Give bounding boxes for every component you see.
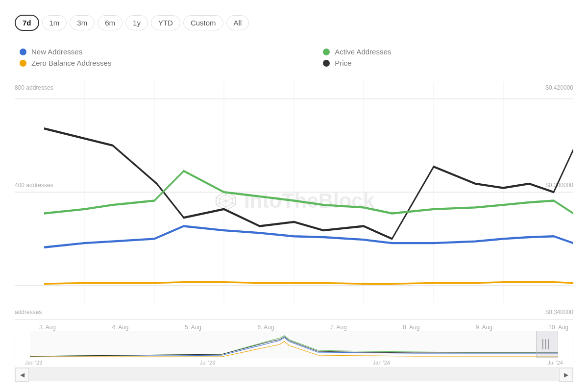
x-label-0: 3. Aug bbox=[39, 324, 56, 331]
btn-ytd[interactable]: YTD bbox=[151, 15, 180, 30]
legend-dot-new bbox=[20, 49, 26, 55]
chart-main[interactable]: 800 addresses 400 addresses addresses $0… bbox=[15, 82, 573, 320]
legend-dot-zero bbox=[20, 60, 26, 67]
range-selector[interactable]: Jan '23 Jul '23 Jan '24 Jul '24 ◀ ▶ bbox=[15, 331, 573, 382]
legend-new-addresses: New Addresses bbox=[20, 48, 294, 56]
chart-wrapper: 800 addresses 400 addresses addresses $0… bbox=[15, 82, 573, 382]
x-label-4: 7. Aug bbox=[330, 324, 347, 331]
scroll-left-arrow[interactable]: ◀ bbox=[15, 368, 29, 382]
btn-6m[interactable]: 6m bbox=[98, 15, 122, 30]
x-label-2: 5. Aug bbox=[185, 324, 201, 331]
range-label-1: Jul '23 bbox=[200, 360, 215, 366]
btn-custom[interactable]: Custom bbox=[183, 15, 223, 30]
legend-label-zero: Zero Balance Addresses bbox=[31, 59, 111, 67]
svg-rect-16 bbox=[30, 331, 558, 358]
x-axis-labels: 3. Aug 4. Aug 5. Aug 6. Aug 7. Aug 8. Au… bbox=[15, 320, 573, 331]
range-labels: Jan '23 Jul '23 Jan '24 Jul '24 bbox=[15, 358, 573, 368]
legend-label-price: Price bbox=[335, 59, 351, 67]
range-label-0: Jan '23 bbox=[25, 360, 42, 366]
legend-dot-price bbox=[323, 60, 330, 67]
scroll-right-arrow[interactable]: ▶ bbox=[559, 368, 573, 382]
legend-active-addresses: Active Addresses bbox=[323, 48, 573, 56]
range-label-2: Jan '24 bbox=[373, 360, 390, 366]
btn-all[interactable]: All bbox=[226, 15, 249, 30]
legend-label-new: New Addresses bbox=[31, 48, 82, 56]
x-label-5: 8. Aug bbox=[403, 324, 419, 331]
mini-chart bbox=[30, 331, 558, 358]
x-label-3: 6. Aug bbox=[257, 324, 274, 331]
legend-price: Price bbox=[323, 59, 573, 67]
btn-7d[interactable]: 7d bbox=[15, 15, 39, 31]
svg-rect-17 bbox=[537, 331, 558, 358]
btn-1m[interactable]: 1m bbox=[42, 15, 67, 30]
btn-3m[interactable]: 3m bbox=[70, 15, 95, 30]
x-label-6: 9. Aug bbox=[476, 324, 492, 331]
legend-zero-balance: Zero Balance Addresses bbox=[20, 59, 294, 67]
x-label-1: 4. Aug bbox=[112, 324, 128, 331]
scroll-track[interactable] bbox=[29, 368, 559, 381]
btn-1y[interactable]: 1y bbox=[125, 15, 148, 30]
mini-chart-svg bbox=[30, 331, 558, 358]
legend-label-active: Active Addresses bbox=[335, 48, 391, 56]
chart-legend: New Addresses Active Addresses Zero Bala… bbox=[15, 48, 573, 67]
legend-dot-active bbox=[323, 49, 330, 55]
time-range-bar: 7d 1m 3m 6m 1y YTD Custom All bbox=[15, 10, 573, 36]
chart-svg bbox=[15, 82, 573, 319]
scroll-bar: ◀ ▶ bbox=[15, 368, 573, 381]
main-container: 7d 1m 3m 6m 1y YTD Custom All New Addres… bbox=[0, 0, 588, 392]
range-label-3: Jul '24 bbox=[548, 360, 563, 366]
x-label-7: 10. Aug bbox=[548, 324, 568, 331]
